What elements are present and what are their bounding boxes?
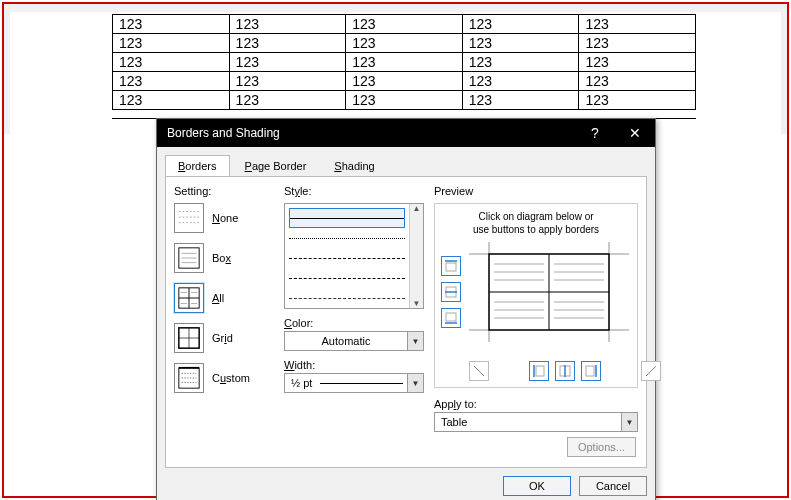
width-value: ½ pt [285, 377, 316, 389]
border-vmiddle-button[interactable] [555, 361, 575, 381]
style-scrollbar[interactable]: ▲ ▼ [409, 204, 423, 308]
screenshot-frame: 123 123 123 123 123 123 123 123 123 123 … [2, 2, 789, 498]
table-cell[interactable]: 123 [229, 34, 346, 53]
borders-and-shading-dialog: Borders and Shading ? ✕ Borders Page Bor… [156, 118, 656, 500]
table-cell[interactable]: 123 [579, 72, 696, 91]
width-sample-line [320, 383, 403, 384]
apply-to-combo[interactable]: Table ▼ [434, 412, 638, 432]
apply-to-value: Table [435, 416, 621, 428]
table-cell[interactable]: 123 [462, 72, 579, 91]
setting-box-label: Box [212, 252, 231, 264]
table-cell[interactable]: 123 [346, 91, 463, 110]
table-cell[interactable]: 123 [579, 34, 696, 53]
table-cell[interactable]: 123 [462, 34, 579, 53]
width-combo[interactable]: ½ pt ▼ [284, 373, 424, 393]
style-label: Style: [284, 185, 424, 197]
width-label: Width: [284, 359, 424, 371]
table-cell[interactable]: 123 [229, 72, 346, 91]
ok-button[interactable]: OK [503, 476, 571, 496]
setting-all-label: All [212, 292, 224, 304]
setting-grid-label: Grid [212, 332, 233, 344]
dialog-titlebar[interactable]: Borders and Shading ? ✕ [157, 119, 655, 147]
close-icon: ✕ [629, 125, 641, 141]
setting-custom-thumb[interactable] [174, 363, 204, 393]
svg-rect-52 [586, 366, 594, 376]
border-top-button[interactable] [441, 256, 461, 276]
table-cell[interactable]: 123 [462, 91, 579, 110]
table-cell[interactable]: 123 [462, 15, 579, 34]
setting-custom-label: Custom [212, 372, 250, 384]
tab-shading[interactable]: Shading [321, 155, 387, 176]
preview-diagram[interactable] [469, 242, 629, 342]
color-combo[interactable]: Automatic ▼ [284, 331, 424, 351]
page-gap [10, 4, 781, 12]
tab-borders[interactable]: Borders [165, 155, 230, 176]
style-dashed-fine[interactable] [289, 248, 405, 268]
tab-shading-accel: S [334, 160, 341, 172]
style-dotted[interactable] [289, 228, 405, 248]
table-cell[interactable]: 123 [346, 53, 463, 72]
table-cell[interactable]: 123 [346, 15, 463, 34]
table-cell[interactable]: 123 [579, 15, 696, 34]
border-right-button[interactable] [581, 361, 601, 381]
table-row: 123 123 123 123 123 [113, 34, 696, 53]
table-cell[interactable]: 123 [113, 34, 230, 53]
tab-shading-label: hading [342, 160, 375, 172]
border-diag-down-button[interactable] [469, 361, 489, 381]
table-cell[interactable]: 123 [229, 91, 346, 110]
table-cell[interactable]: 123 [113, 72, 230, 91]
document-area: 123 123 123 123 123 123 123 123 123 123 … [4, 4, 787, 134]
border-diag-up-button[interactable] [641, 361, 661, 381]
svg-rect-23 [446, 263, 456, 271]
borders-panel: Setting: None Box [165, 176, 647, 468]
setting-grid-thumb[interactable] [174, 323, 204, 353]
options-button[interactable]: Options... [567, 437, 636, 457]
document-table[interactable]: 123 123 123 123 123 123 123 123 123 123 … [112, 14, 696, 110]
tab-page-border[interactable]: Page Border [232, 155, 320, 176]
color-value: Automatic [285, 335, 407, 347]
setting-none-thumb[interactable] [174, 203, 204, 233]
table-cell[interactable]: 123 [346, 72, 463, 91]
table-cell[interactable]: 123 [229, 53, 346, 72]
table-cell[interactable]: 123 [579, 53, 696, 72]
style-listbox[interactable]: ▲ ▼ [284, 203, 424, 309]
width-dropdown-arrow[interactable]: ▼ [407, 374, 423, 392]
table-cell[interactable]: 123 [113, 15, 230, 34]
table-row: 123 123 123 123 123 [113, 15, 696, 34]
help-button[interactable]: ? [575, 119, 615, 147]
close-button[interactable]: ✕ [615, 119, 655, 147]
table-cell[interactable]: 123 [229, 15, 346, 34]
preview-hint: Click on diagram below or use buttons to… [441, 210, 631, 236]
table-cell[interactable]: 123 [579, 91, 696, 110]
dialog-tabstrip: Borders Page Border Shading [157, 147, 655, 176]
tab-page-border-label: age Border [252, 160, 306, 172]
style-dashed[interactable] [289, 268, 405, 288]
color-dropdown-arrow[interactable]: ▼ [407, 332, 423, 350]
scroll-down-icon[interactable]: ▼ [413, 299, 421, 308]
setting-box-thumb[interactable] [174, 243, 204, 273]
table-cell[interactable]: 123 [113, 53, 230, 72]
scroll-up-icon[interactable]: ▲ [413, 204, 421, 213]
style-solid[interactable] [289, 208, 405, 228]
tab-borders-label: orders [185, 160, 216, 172]
style-dash-space[interactable] [289, 288, 405, 308]
apply-to-dropdown-arrow[interactable]: ▼ [621, 413, 637, 431]
border-hmiddle-button[interactable] [441, 282, 461, 302]
table-row: 123 123 123 123 123 [113, 91, 696, 110]
tab-page-border-accel: P [245, 160, 252, 172]
ruler-gutter-left [4, 4, 10, 134]
border-left-button[interactable] [529, 361, 549, 381]
table-cell[interactable]: 123 [346, 34, 463, 53]
setting-all-thumb[interactable] [174, 283, 204, 313]
cancel-button[interactable]: Cancel [579, 476, 647, 496]
table-cell[interactable]: 123 [462, 53, 579, 72]
table-cell[interactable]: 123 [113, 91, 230, 110]
table-row: 123 123 123 123 123 [113, 53, 696, 72]
border-bottom-button[interactable] [441, 308, 461, 328]
svg-rect-49 [536, 366, 544, 376]
svg-line-54 [646, 366, 656, 376]
setting-none-label: None [212, 212, 238, 224]
ruler-gutter-right [781, 4, 787, 134]
svg-rect-26 [446, 313, 456, 321]
apply-to-label: Apply to: [434, 398, 638, 410]
